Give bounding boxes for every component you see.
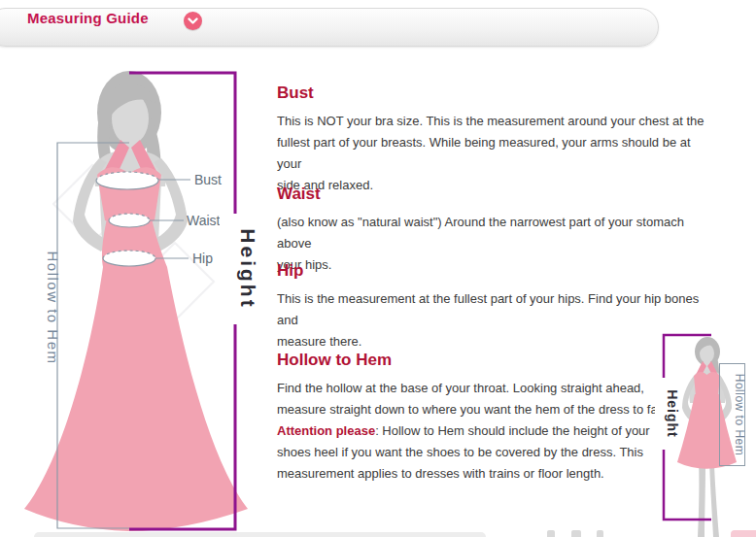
hollow-description: Find the hollow at the base of your thro… (277, 378, 704, 485)
height-label-small: Height (665, 389, 680, 438)
hip-description: This is the measurement at the fullest p… (277, 288, 704, 352)
chevron-glyph (188, 17, 198, 25)
bust-measure-ellipse (96, 172, 158, 189)
bust-description: This is NOT your bra size. This is the m… (277, 111, 704, 196)
waist-measure-ellipse (109, 214, 150, 227)
bust-label: Bust (194, 172, 222, 187)
bust-heading: Bust (277, 84, 704, 103)
page-title: Measuring Guide (27, 10, 149, 26)
hollow-text-before: Find the hollow at the base of your thro… (277, 381, 667, 417)
section-bust: Bust This is NOT your bra size. This is … (277, 84, 704, 196)
hip-measure-ellipse (103, 251, 155, 266)
measurement-diagram-small: Hollow to Hem Height (641, 325, 756, 537)
cutoff-image-sliver (731, 530, 756, 537)
attention-label: Attention please (277, 423, 375, 438)
chevron-down-icon[interactable] (184, 12, 202, 30)
section-hollow-to-hem: Hollow to Hem Find the hollow at the bas… (277, 351, 704, 485)
hip-heading: Hip (277, 261, 704, 281)
hip-label: Hip (192, 251, 213, 266)
hollow-to-hem-label: Hollow to Hem (45, 251, 61, 364)
cutoff-text-mark (547, 530, 555, 537)
next-section-sliver (34, 532, 486, 537)
measuring-guide-page: Measuring Guide (0, 0, 756, 537)
waist-heading: Waist (277, 185, 704, 204)
hollow-heading: Hollow to Hem (277, 351, 704, 370)
measurement-diagram-large: Bust Waist Hip Hollow to Hem Height (19, 58, 262, 537)
hollow-to-hem-label-small: Hollow to Hem (733, 374, 746, 456)
cutoff-text-mark (571, 530, 581, 537)
height-label: Height (237, 228, 259, 309)
waist-label: Waist (187, 213, 221, 228)
cutoff-text-mark (597, 530, 603, 537)
section-hip: Hip This is the measurement at the fulle… (277, 261, 704, 352)
